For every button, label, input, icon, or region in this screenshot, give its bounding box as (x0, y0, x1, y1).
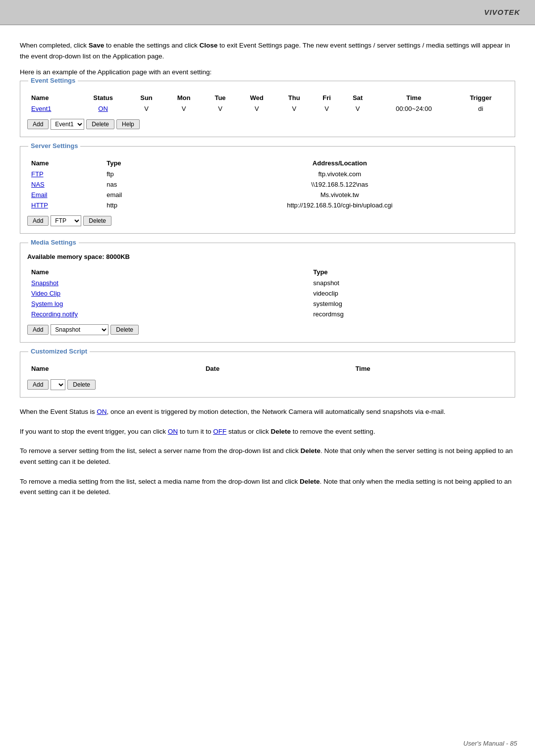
customized-script-panel: Customized Script Name Date Time Add Del (20, 352, 515, 398)
media-type-recordingnotify: recordmsg (309, 309, 508, 319)
col-tue: Tue (203, 92, 237, 103)
event-name-link[interactable]: Event1 (31, 105, 51, 112)
media-dropdown[interactable]: Snapshot Video Clip System log Recording… (51, 324, 108, 335)
server-settings-table: Name Type Address/Location FTP ftp ftp.v… (27, 157, 508, 210)
media-settings-panel: Media Settings Available memory space: 8… (20, 243, 515, 343)
event-name: Event1 (27, 103, 78, 114)
body-paragraph-1: When the Event Status is ON, once an eve… (20, 406, 515, 417)
media-col-type: Type (309, 266, 508, 278)
server-nas-link[interactable]: NAS (31, 181, 45, 188)
server-col-address: Address/Location (172, 157, 508, 169)
status-on-link-2[interactable]: ON (168, 428, 178, 435)
media-name-recordingnotify: Recording notify (27, 309, 309, 319)
delete-bold: Delete (271, 428, 291, 435)
media-add-button[interactable]: Add (27, 325, 49, 335)
script-dropdown[interactable] (51, 379, 65, 390)
event-settings-table: Name Status Sun Mon Tue Wed Thu Fri Sat … (27, 92, 508, 114)
server-addr-email: Ms.vivotek.tw (172, 190, 508, 200)
col-mon: Mon (164, 92, 203, 103)
event-settings-title: Event Settings (28, 77, 78, 84)
media-type-systemlog: systemlog (309, 299, 508, 309)
col-sat: Sat (341, 92, 374, 103)
server-http-link[interactable]: HTTP (31, 202, 48, 209)
media-row-snapshot: Snapshot snapshot (27, 278, 508, 288)
event-wed: V (237, 103, 276, 114)
media-name-videoclip: Video Clip (27, 288, 309, 299)
media-delete-button[interactable]: Delete (110, 325, 139, 335)
event-delete-button[interactable]: Delete (86, 119, 114, 129)
col-sun: Sun (128, 92, 165, 103)
media-row-recordingnotify: Recording notify recordmsg (27, 309, 508, 319)
event-time: 00:00~24:00 (374, 103, 454, 114)
available-memory: Available memory space: 8000KB (27, 253, 508, 260)
body-paragraph-3: To remove a server setting from the list… (20, 446, 515, 467)
media-snapshot-link[interactable]: Snapshot (31, 279, 58, 287)
script-settings-table: Name Date Time (27, 363, 508, 374)
server-name-nas: NAS (27, 179, 103, 190)
server-add-button[interactable]: Add (27, 216, 49, 226)
media-recordingnotify-link[interactable]: Recording notify (31, 310, 78, 318)
event-sun: V (128, 103, 165, 114)
media-videoclip-link[interactable]: Video Clip (31, 290, 60, 297)
footer: User's Manual - 85 (463, 740, 517, 747)
media-type-snapshot: snapshot (309, 278, 508, 288)
media-table-header-row: Name Type (27, 266, 508, 278)
col-trigger: Trigger (454, 92, 508, 103)
page-number: User's Manual - 85 (463, 740, 517, 747)
status-on-link-1[interactable]: ON (97, 408, 107, 415)
page: VIVOTEK When completed, click Save to en… (0, 0, 535, 756)
server-name-email: Email (27, 190, 103, 200)
event-row-1: Event1 ON V V V V V V V 00:00~24:00 di (27, 103, 508, 114)
media-controls: Add Snapshot Video Clip System log Recor… (27, 324, 508, 335)
server-row-http: HTTP http http://192.168.5.10/cgi-bin/up… (27, 200, 508, 210)
server-email-link[interactable]: Email (31, 191, 48, 199)
server-row-nas: NAS nas \\192.168.5.122\nas (27, 179, 508, 190)
media-systemlog-link[interactable]: System log (31, 300, 63, 307)
event-mon: V (164, 103, 203, 114)
event-status-link[interactable]: ON (98, 105, 108, 112)
script-add-button[interactable]: Add (27, 380, 49, 390)
server-name-http: HTTP (27, 200, 103, 210)
event-help-button[interactable]: Help (116, 119, 140, 129)
media-settings-title: Media Settings (28, 239, 79, 246)
close-bold: Close (199, 42, 217, 49)
save-bold: Save (89, 42, 105, 49)
script-col-time: Time (351, 363, 508, 374)
media-settings-table: Name Type Snapshot snapshot Video Clip v… (27, 266, 508, 319)
example-label: Here is an example of the Application pa… (20, 68, 515, 76)
col-fri: Fri (312, 92, 341, 103)
script-delete-button[interactable]: Delete (67, 380, 96, 390)
body-paragraph-2: If you want to stop the event trigger, y… (20, 426, 515, 437)
col-time: Time (374, 92, 454, 103)
server-delete-button[interactable]: Delete (83, 216, 111, 226)
brand-logo: VIVOTEK (484, 8, 520, 16)
event-table-header-row: Name Status Sun Mon Tue Wed Thu Fri Sat … (27, 92, 508, 103)
server-col-name: Name (27, 157, 103, 169)
server-controls: Add FTP NAS Email HTTP Delete (27, 215, 508, 226)
event-status: ON (78, 103, 128, 114)
col-wed: Wed (237, 92, 276, 103)
media-row-systemlog: System log systemlog (27, 299, 508, 309)
server-type-email: email (103, 190, 171, 200)
media-type-videoclip: videoclip (309, 288, 508, 299)
server-type-http: http (103, 200, 171, 210)
server-settings-title: Server Settings (28, 142, 80, 150)
script-col-date: Date (202, 363, 351, 374)
script-table-header-row: Name Date Time (27, 363, 508, 374)
server-table-header-row: Name Type Address/Location (27, 157, 508, 169)
event-add-button[interactable]: Add (27, 119, 49, 129)
col-thu: Thu (276, 92, 312, 103)
intro-paragraph: When completed, click Save to enable the… (20, 40, 515, 61)
header: VIVOTEK (0, 0, 535, 25)
event-dropdown[interactable]: Event1 (51, 119, 84, 130)
customized-script-title: Customized Script (28, 348, 90, 355)
col-status: Status (78, 92, 128, 103)
event-thu: V (276, 103, 312, 114)
server-type-nas: nas (103, 179, 171, 190)
status-off-link[interactable]: OFF (213, 428, 226, 435)
server-ftp-link[interactable]: FTP (31, 170, 44, 178)
server-addr-ftp: ftp.vivotek.com (172, 169, 508, 179)
server-col-type: Type (103, 157, 171, 169)
server-name-ftp: FTP (27, 169, 103, 179)
server-dropdown[interactable]: FTP NAS Email HTTP (51, 215, 81, 226)
